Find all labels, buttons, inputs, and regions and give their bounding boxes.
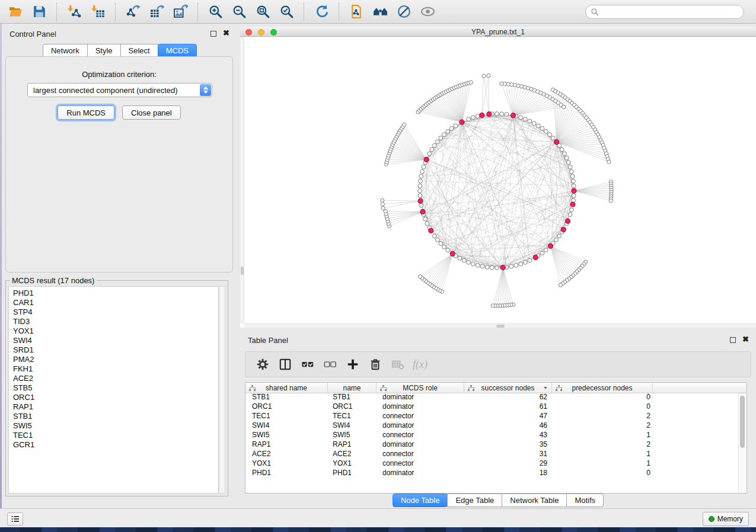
column-header-name[interactable]: name (328, 383, 377, 393)
mcds-result-item[interactable]: SWI5 (13, 421, 218, 431)
table-cell: 1 (552, 431, 653, 439)
tab-mcds[interactable]: MCDS (158, 44, 197, 57)
sort-chevron-icon[interactable] (544, 387, 547, 389)
network-titlebar[interactable]: YPA_prune.txt_1 (240, 27, 756, 37)
column-header-MCDS-role[interactable]: MCDS role (377, 383, 464, 393)
mcds-result-item[interactable]: STP4 (13, 307, 218, 317)
mcds-hub-node (487, 112, 492, 117)
memory-button[interactable]: Memory (703, 512, 749, 526)
table-row[interactable]: ACE2ACE2connector311 (245, 449, 747, 459)
tab-style[interactable]: Style (87, 44, 121, 57)
deselect-all-checks-icon[interactable] (319, 354, 342, 375)
mcds-result-item[interactable]: SRD1 (13, 345, 218, 355)
mcds-result-item[interactable]: STB5 (13, 383, 218, 393)
mcds-result-item[interactable]: TEC1 (13, 431, 218, 440)
column-header-predecessor-nodes[interactable]: predecessor nodes (552, 383, 653, 393)
table-row[interactable]: STB1STB1dominator620 (245, 392, 747, 402)
mcds-result-item[interactable]: PHD1 (13, 289, 218, 298)
delete-table-icon[interactable] (387, 354, 409, 375)
scrollbar-thumb[interactable] (241, 267, 244, 275)
table-row[interactable]: PHD1PHD1dominator180 (245, 468, 747, 477)
close-table-panel-icon[interactable]: ✖ (742, 335, 749, 344)
float-panel-icon[interactable] (210, 31, 216, 37)
table-row[interactable]: SWI5SWI5connector431 (245, 430, 747, 440)
export-table-icon[interactable] (145, 2, 168, 22)
function-builder-icon[interactable]: f(x) (413, 358, 428, 371)
delete-column-icon[interactable] (364, 354, 387, 375)
scrollbar-thumb[interactable] (496, 325, 505, 328)
search-input[interactable] (599, 7, 744, 16)
refresh-layout-icon[interactable] (310, 2, 333, 22)
mcds-result-item[interactable]: ORC1 (13, 393, 218, 402)
column-header-shared-name[interactable]: shared name (245, 383, 328, 393)
mcds-result-item[interactable]: GCR1 (13, 440, 218, 450)
tab-node-table[interactable]: Node Table (393, 493, 448, 507)
add-column-icon[interactable] (342, 354, 364, 375)
import-network-icon[interactable] (62, 2, 86, 22)
table-cell: RAP1 (328, 440, 377, 448)
save-session-icon[interactable] (27, 2, 51, 22)
table-row[interactable]: SWI4SWI4dominator462 (245, 421, 747, 430)
zoom-fit-icon[interactable] (251, 2, 275, 22)
table-cell: 0 (552, 469, 653, 477)
search-box[interactable] (585, 5, 744, 19)
clone-network-icon[interactable] (344, 2, 368, 22)
mcds-result-item[interactable]: RAP1 (13, 402, 218, 412)
criterion-dropdown[interactable]: largest connected component (undirected) (27, 83, 212, 97)
network-canvas[interactable] (240, 37, 756, 328)
node-table[interactable]: shared namenameMCDS rolesuccessor nodesp… (245, 382, 747, 493)
zoom-in-icon[interactable] (203, 2, 227, 22)
hide-selected-icon[interactable] (392, 2, 416, 22)
mcds-result-item[interactable]: ACE2 (13, 374, 218, 383)
zoom-selected-icon[interactable] (275, 2, 298, 22)
zoom-out-icon[interactable] (227, 2, 251, 22)
result-scrollbar[interactable] (219, 286, 225, 493)
network-graph[interactable] (244, 37, 752, 323)
mcds-pane: Optimization criterion: largest connecte… (5, 56, 233, 273)
scrollbar-thumb[interactable] (740, 396, 745, 448)
table-cell: connector (377, 431, 464, 439)
shared-column-icon (468, 385, 474, 391)
open-session-icon[interactable] (4, 2, 27, 22)
float-table-panel-icon[interactable] (730, 337, 736, 343)
mcds-result-item[interactable]: CAR1 (13, 298, 218, 307)
mcds-result-item[interactable]: YOX1 (13, 326, 218, 336)
table-toolbar: f(x) (245, 351, 751, 377)
binoculars-icon[interactable] (368, 2, 392, 22)
tab-edge-table[interactable]: Edge Table (447, 493, 502, 507)
table-row[interactable]: RAP1RAP1dominator352 (245, 440, 747, 449)
mcds-result-item[interactable]: SWI4 (13, 336, 218, 345)
show-columns-icon[interactable] (274, 354, 296, 375)
task-history-button[interactable] (7, 512, 23, 525)
network-horizontal-scrollbar[interactable] (244, 323, 756, 328)
table-settings-icon[interactable] (251, 354, 274, 375)
mcds-result-item[interactable]: TID3 (13, 317, 218, 326)
table-row[interactable]: ORC1ORC1dominator610 (245, 402, 747, 411)
table-cell: 0 (552, 402, 653, 411)
table-scrollbar[interactable] (738, 393, 746, 492)
run-mcds-button[interactable]: Run MCDS (58, 105, 114, 120)
table-row[interactable]: YOX1YOX1connector291 (245, 459, 747, 468)
close-panel-icon[interactable]: ✖ (223, 29, 229, 37)
mcds-result-item[interactable]: STB1 (13, 412, 218, 421)
mcds-result-item[interactable]: PMA2 (13, 355, 218, 364)
export-network-icon[interactable] (121, 2, 145, 22)
close-panel-button[interactable]: Close panel (122, 105, 181, 120)
tab-network-table[interactable]: Network Table (502, 493, 567, 507)
mcds-hub-node (450, 251, 455, 256)
tab-network[interactable]: Network (43, 44, 88, 57)
network-vertical-scrollbar[interactable] (240, 37, 244, 323)
tab-select[interactable]: Select (120, 44, 158, 57)
table-row[interactable]: TEC1TEC1connector472 (245, 411, 747, 421)
column-header-successor-nodes[interactable]: successor nodes (464, 383, 552, 393)
select-all-checks-icon[interactable] (296, 354, 319, 375)
tab-motifs[interactable]: Motifs (566, 493, 604, 507)
toolbar-separator (115, 3, 116, 21)
mcds-result-item[interactable]: FKH1 (13, 364, 218, 374)
export-image-icon[interactable] (168, 2, 192, 22)
control-tabs: NetworkStyleSelectMCDS (2, 44, 238, 57)
show-all-eye-icon[interactable] (416, 2, 439, 22)
table-header-row: shared namenameMCDS rolesuccessor nodesp… (245, 383, 747, 393)
criterion-value: largest connected component (undirected) (28, 86, 200, 95)
import-table-icon[interactable] (86, 2, 110, 22)
